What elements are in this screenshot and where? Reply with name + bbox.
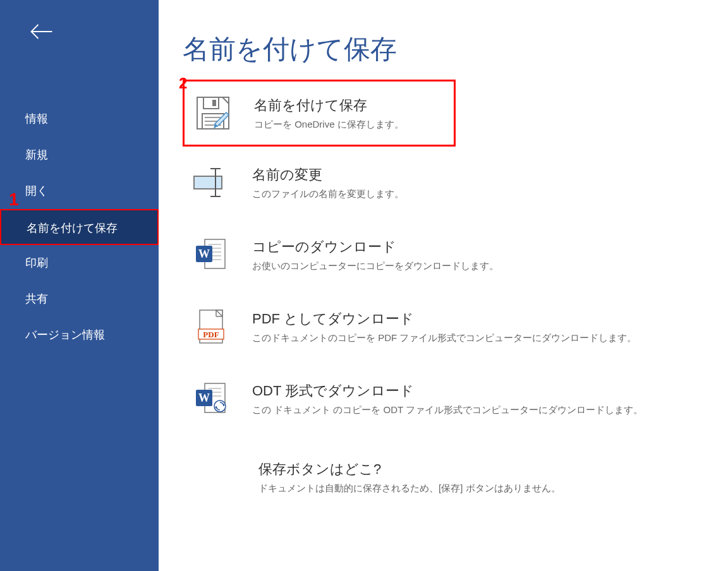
sidebar-item-share[interactable]: 共有 xyxy=(0,281,159,317)
option-desc: このファイルの名前を変更します。 xyxy=(252,188,707,200)
option-rename[interactable]: 名前の変更 このファイルの名前を変更します。 xyxy=(183,147,713,219)
sidebar-item-label: 情報 xyxy=(25,112,48,125)
svg-text:PDF: PDF xyxy=(203,330,219,339)
sidebar-item-print[interactable]: 印刷 xyxy=(0,245,159,281)
back-button[interactable] xyxy=(0,0,159,76)
sidebar-nav: 情報 新規 開く 名前を付けて保存 印刷 共有 バージョン情報 xyxy=(0,76,159,353)
pdf-doc-icon: PDF xyxy=(189,308,233,346)
svg-rect-4 xyxy=(212,100,216,106)
rename-icon xyxy=(189,165,233,200)
sidebar: 情報 新規 開く 名前を付けて保存 印刷 共有 バージョン情報 xyxy=(0,0,159,571)
info-title: 保存ボタンはどこ? xyxy=(258,460,713,479)
svg-text:W: W xyxy=(198,392,210,404)
sidebar-item-label: 共有 xyxy=(25,292,48,305)
option-download-odt[interactable]: W ODT 形式でダウンロード この ドキュメント のコピーを ODT ファイル… xyxy=(183,363,713,435)
sidebar-item-label: 印刷 xyxy=(25,256,48,269)
option-desc: このドキュメントのコピーを PDF ファイル形式でコンピューターにダウンロードし… xyxy=(252,332,707,344)
sidebar-item-info[interactable]: 情報 xyxy=(0,101,159,137)
odt-doc-icon: W xyxy=(189,381,233,416)
sidebar-item-label: 新規 xyxy=(25,148,48,161)
back-arrow-icon xyxy=(28,37,56,47)
option-save-as[interactable]: 名前を付けて保存 コピーを OneDrive に保存します。 xyxy=(183,80,456,147)
sidebar-item-about[interactable]: バージョン情報 xyxy=(0,317,159,353)
sidebar-item-new[interactable]: 新規 xyxy=(0,137,159,173)
sidebar-item-save-as[interactable]: 名前を付けて保存 xyxy=(0,209,159,245)
page-title: 名前を付けて保存 xyxy=(183,32,728,67)
svg-rect-3 xyxy=(203,97,219,109)
option-download-copy[interactable]: W コピーのダウンロード お使いのコンピューターにコピーをダウンロードします。 xyxy=(183,219,713,291)
save-as-icon xyxy=(191,95,235,131)
svg-marker-2 xyxy=(222,97,229,104)
annotation-2: 2 xyxy=(179,75,187,92)
sidebar-item-open[interactable]: 開く xyxy=(0,173,159,209)
option-desc: お使いのコンピューターにコピーをダウンロードします。 xyxy=(252,260,707,272)
main-panel: 名前を付けて保存 xyxy=(159,0,728,571)
svg-marker-9 xyxy=(215,112,229,126)
save-info-block: 保存ボタンはどこ? ドキュメントは自動的に保存されるため、[保存] ボタンはあり… xyxy=(183,460,713,495)
option-title: PDF としてダウンロード xyxy=(252,310,707,328)
option-desc: コピーを OneDrive に保存します。 xyxy=(254,119,447,131)
option-title: 名前を付けて保存 xyxy=(254,96,447,115)
word-doc-icon: W xyxy=(189,237,233,272)
option-title: ODT 形式でダウンロード xyxy=(252,382,707,400)
option-title: コピーのダウンロード xyxy=(252,237,707,256)
svg-text:W: W xyxy=(198,248,210,260)
sidebar-item-label: 名前を付けて保存 xyxy=(27,222,118,234)
option-title: 名前の変更 xyxy=(252,165,707,184)
sidebar-item-label: バージョン情報 xyxy=(25,328,105,341)
info-desc: ドキュメントは自動的に保存されるため、[保存] ボタンはありません。 xyxy=(258,483,713,495)
option-desc: この ドキュメント のコピーを ODT ファイル形式でコンピューターにダウンロー… xyxy=(252,404,707,416)
option-download-pdf[interactable]: PDF PDF としてダウンロード このドキュメントのコピーを PDF ファイル… xyxy=(183,291,713,363)
annotation-1: 1 xyxy=(9,189,19,210)
sidebar-item-label: 開く xyxy=(25,184,48,197)
save-options-list: 名前を付けて保存 コピーを OneDrive に保存します。 名前の変更 このフ… xyxy=(183,80,728,435)
svg-rect-11 xyxy=(194,176,222,189)
